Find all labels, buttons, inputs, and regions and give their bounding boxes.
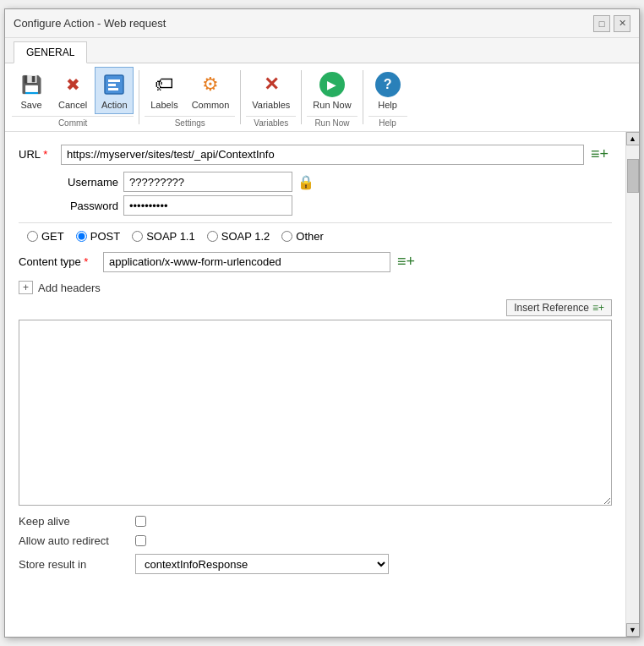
toolbar-group-variables: ✕ Variables Variables <box>246 67 296 128</box>
insert-reference-label: Insert Reference <box>514 302 589 314</box>
save-button[interactable]: 💾 Save <box>12 67 51 114</box>
content-type-row: Content type * ≡+ <box>19 251 612 272</box>
method-get[interactable]: GET <box>27 230 64 243</box>
toolbar-group-help: ? Help Help <box>368 67 407 128</box>
cancel-icon: ✖ <box>59 71 86 98</box>
username-input[interactable] <box>123 172 292 192</box>
svg-rect-1 <box>108 79 120 82</box>
url-insert-reference-icon[interactable]: ≡+ <box>587 144 612 165</box>
toolbar-help-items: ? Help <box>368 67 407 114</box>
method-soap11-radio[interactable] <box>132 231 143 242</box>
tab-general[interactable]: GENERAL <box>14 41 87 63</box>
method-soap12[interactable]: SOAP 1.2 <box>207 230 270 243</box>
separator-3 <box>301 70 302 124</box>
url-label: URL * <box>19 148 61 161</box>
run-now-button[interactable]: ▶ Run Now <box>307 67 357 114</box>
run-now-label: Run Now <box>313 100 351 110</box>
save-icon: 💾 <box>18 71 45 98</box>
toolbar-commit-items: 💾 Save ✖ Cancel <box>12 67 134 114</box>
store-result-label: Store result in <box>19 558 128 571</box>
method-other[interactable]: Other <box>281 230 324 243</box>
scroll-thumb[interactable] <box>627 159 639 193</box>
divider-1 <box>19 222 612 223</box>
password-label: Password <box>61 200 118 212</box>
common-button[interactable]: ⚙ Common <box>186 67 236 114</box>
help-label: Help <box>378 100 397 110</box>
keep-alive-row: Keep alive <box>19 515 612 528</box>
method-soap11[interactable]: SOAP 1.1 <box>132 230 195 243</box>
content-type-insert-icon[interactable]: ≡+ <box>394 251 418 272</box>
common-label: Common <box>192 100 230 110</box>
save-label: Save <box>20 100 41 110</box>
username-label: Username <box>61 176 118 189</box>
url-input[interactable] <box>61 145 584 165</box>
common-icon: ⚙ <box>197 71 224 98</box>
keep-alive-label: Keep alive <box>19 515 128 528</box>
keep-alive-checkbox[interactable] <box>135 516 146 527</box>
body-textarea[interactable] <box>19 320 612 506</box>
help-button[interactable]: ? Help <box>368 67 407 114</box>
lock-icon: 🔒 <box>297 174 314 190</box>
store-result-select[interactable]: contextInfoResponse <box>135 554 389 574</box>
method-other-radio[interactable] <box>281 231 292 242</box>
scroll-down-arrow[interactable]: ▼ <box>626 623 640 637</box>
insert-reference-button[interactable]: Insert Reference ≡+ <box>506 299 612 316</box>
separator-2 <box>240 70 241 124</box>
password-input[interactable] <box>123 195 292 216</box>
url-required: * <box>43 148 47 161</box>
toolbar-settings-items: 🏷 Labels ⚙ Common <box>145 67 235 114</box>
window-title: Configure Action - Web request <box>14 17 593 30</box>
method-get-radio[interactable] <box>27 231 38 242</box>
variables-button[interactable]: ✕ Variables <box>246 67 296 114</box>
toolbar-variables-items: ✕ Variables <box>246 67 296 114</box>
add-headers-plus[interactable]: + <box>19 281 33 294</box>
store-result-row: Store result in contextInfoResponse <box>19 554 612 574</box>
run-now-group-label: Run Now <box>307 116 357 128</box>
method-post[interactable]: POST <box>76 230 120 243</box>
add-headers-row[interactable]: + Add headers <box>19 281 612 294</box>
commit-group-label: Commit <box>12 116 134 128</box>
toolbar: 💾 Save ✖ Cancel <box>5 63 639 132</box>
separator-1 <box>139 70 139 124</box>
close-button[interactable]: ✕ <box>614 15 630 32</box>
help-group-label: Help <box>368 116 407 128</box>
allow-redirect-row: Allow auto redirect <box>19 534 612 547</box>
url-row: URL * ≡+ <box>19 144 612 165</box>
help-icon: ? <box>374 71 401 98</box>
method-radio-row: GET POST SOAP 1.1 SOAP 1.2 Other <box>19 230 612 243</box>
toolbar-group-settings: 🏷 Labels ⚙ Common Settings <box>145 67 235 128</box>
svg-rect-2 <box>108 84 116 86</box>
method-soap12-radio[interactable] <box>207 231 218 242</box>
cancel-label: Cancel <box>58 100 87 110</box>
settings-group-label: Settings <box>145 116 235 128</box>
labels-icon: 🏷 <box>150 71 177 98</box>
content-area: URL * ≡+ Username 🔒 Password <box>5 132 639 637</box>
minimize-button[interactable]: □ <box>593 15 610 32</box>
allow-redirect-checkbox[interactable] <box>135 535 146 546</box>
labels-button[interactable]: 🏷 Labels <box>145 67 183 114</box>
main-content: URL * ≡+ Username 🔒 Password <box>5 132 625 637</box>
main-window: Configure Action - Web request □ ✕ GENER… <box>4 8 640 638</box>
variables-group-label: Variables <box>246 116 296 128</box>
cancel-button[interactable]: ✖ Cancel <box>52 67 93 114</box>
window-controls: □ ✕ <box>593 15 630 32</box>
toolbar-group-commit: 💾 Save ✖ Cancel <box>12 67 134 128</box>
add-headers-label: Add headers <box>38 282 101 294</box>
scroll-up-arrow[interactable]: ▲ <box>626 132 640 145</box>
separator-4 <box>363 70 363 124</box>
insert-reference-icon: ≡+ <box>592 302 604 314</box>
tab-bar: GENERAL <box>5 38 639 63</box>
action-icon <box>101 71 128 98</box>
variables-icon: ✕ <box>258 71 285 98</box>
allow-redirect-label: Allow auto redirect <box>19 534 128 547</box>
labels-label: Labels <box>150 100 177 110</box>
toolbar-group-run-now: ▶ Run Now Run Now <box>307 67 357 128</box>
action-button[interactable]: Action <box>95 67 134 114</box>
content-type-input[interactable] <box>103 252 390 272</box>
run-now-icon: ▶ <box>319 71 346 98</box>
variables-label: Variables <box>252 100 290 110</box>
content-type-label: Content type * <box>19 255 103 268</box>
method-post-radio[interactable] <box>76 231 87 242</box>
password-row: Password <box>61 195 612 216</box>
username-row: Username 🔒 <box>61 172 612 192</box>
